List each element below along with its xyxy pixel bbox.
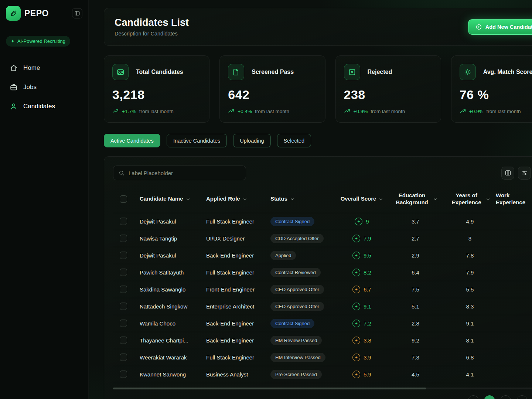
- education-background-value: 7.3: [387, 354, 444, 361]
- tab-selected[interactable]: Selected: [277, 134, 311, 147]
- search-box[interactable]: [113, 166, 246, 180]
- applied-role: Business Analyst: [206, 371, 270, 378]
- columns-view-button[interactable]: [501, 167, 514, 180]
- pagination-dot[interactable]: [468, 395, 479, 399]
- user-icon: [10, 102, 18, 110]
- horizontal-scrollbar[interactable]: [113, 388, 532, 389]
- tab-inactive-candidates[interactable]: Inactive Candidates: [167, 134, 227, 147]
- scrollbar-thumb[interactable]: [113, 388, 426, 389]
- row-checkbox[interactable]: [120, 320, 127, 327]
- filter-settings-button[interactable]: [518, 167, 531, 180]
- sparkles-icon: ✦: [11, 38, 15, 44]
- applied-role: Back-End Engineer: [206, 252, 270, 259]
- score-sparkle-icon: ✦: [352, 286, 360, 293]
- row-checkbox[interactable]: [120, 235, 127, 242]
- page-subtitle: Description for Candidates: [115, 31, 189, 37]
- row-checkbox[interactable]: [120, 371, 127, 378]
- years-of-experience-value: 7.9: [444, 269, 496, 276]
- overall-score: ✦ 9: [337, 218, 387, 225]
- row-checkbox[interactable]: [120, 269, 127, 276]
- table-row[interactable]: Dejwit Pasakul Back-End Engineer Applied…: [113, 247, 532, 264]
- col-education-background[interactable]: Education Background: [387, 192, 444, 206]
- row-checkbox[interactable]: [120, 354, 127, 361]
- search-input[interactable]: [129, 170, 241, 176]
- applied-role: Back-End Engineer: [206, 320, 270, 327]
- row-checkbox[interactable]: [120, 252, 127, 259]
- plus-circle-icon: [475, 24, 482, 30]
- candidates-table-card: Candidate Name Applied Role Status Overa…: [104, 156, 532, 399]
- row-checkbox[interactable]: [120, 286, 127, 293]
- overall-score: ✦ 3.8: [337, 337, 387, 344]
- document-icon: [228, 64, 244, 80]
- stat-value: 76 %: [460, 88, 532, 102]
- table-row[interactable]: Kwannet Sanwong Business Analyst Pre-Scr…: [113, 366, 532, 383]
- education-background-value: 7.5: [387, 286, 444, 293]
- tab-uploading[interactable]: Uploading: [233, 134, 270, 147]
- tab-active-candidates[interactable]: Active Candidates: [104, 134, 160, 147]
- row-checkbox[interactable]: [120, 303, 127, 310]
- score-sparkle-icon: ✦: [352, 252, 360, 259]
- table-header: Candidate Name Applied Role Status Overa…: [113, 188, 532, 213]
- col-work-experience[interactable]: Work Experience: [496, 192, 532, 206]
- sidebar-item-candidates[interactable]: Candidates: [6, 98, 82, 115]
- pagination: [113, 395, 532, 399]
- row-checkbox[interactable]: [120, 218, 127, 225]
- sidebar-toggle-button[interactable]: [72, 8, 82, 18]
- table-row[interactable]: Thayanee Chartpi... Back-End Engineer HM…: [113, 332, 532, 349]
- table-row[interactable]: Weerakiat Wararak Full Stack Engineer HM…: [113, 349, 532, 366]
- home-icon: [10, 64, 18, 72]
- sidebar-item-home[interactable]: Home: [6, 60, 82, 76]
- overall-score: ✦ 6.7: [337, 286, 387, 293]
- app-name: PEPO: [24, 8, 49, 18]
- score-sparkle-icon: ✦: [355, 218, 362, 225]
- pagination-dot[interactable]: [516, 395, 528, 399]
- sidebar-nav: Home Jobs Candidates: [6, 60, 82, 115]
- years-of-experience-value: 4.1: [444, 371, 496, 378]
- applied-role: Enterprise Architect: [206, 303, 270, 310]
- col-status[interactable]: Status: [270, 195, 337, 202]
- table-body: Dejwit Pasakul Full Stack Engineer Contr…: [113, 213, 532, 383]
- add-new-candidates-button[interactable]: Add New Candidates: [468, 19, 532, 35]
- applied-role: Full Stack Engineer: [206, 354, 270, 361]
- pagination-dot-active[interactable]: [484, 395, 495, 399]
- overall-score: ✦ 7.9: [337, 235, 387, 242]
- id-badge-icon: [112, 64, 129, 80]
- candidate-name: Thayanee Chartpi...: [140, 337, 206, 344]
- table-row[interactable]: Nawisa Tangtip UI/UX Designer CDD Accept…: [113, 230, 532, 247]
- col-years-of-experience[interactable]: Years of Experience: [444, 192, 496, 206]
- applied-role: UI/UX Designer: [206, 235, 270, 242]
- page-header: Candidates List Description for Candidat…: [104, 8, 532, 46]
- briefcase-icon: [10, 83, 18, 91]
- years-of-experience-value: 7.8: [444, 252, 496, 259]
- score-sparkle-icon: ✦: [352, 235, 360, 242]
- candidate-name: Dejwit Pasakul: [140, 252, 206, 259]
- table-row[interactable]: Pawich Satitayuth Full Stack Engineer Co…: [113, 264, 532, 281]
- sidebar-item-jobs[interactable]: Jobs: [6, 79, 82, 95]
- col-candidate-name[interactable]: Candidate Name: [140, 195, 206, 202]
- col-overall-score[interactable]: Overall Score: [337, 195, 387, 202]
- overall-score: ✦ 7.2: [337, 320, 387, 327]
- trending-up-icon: [460, 108, 466, 115]
- table-row[interactable]: Wamila Choco Back-End Engineer Contract …: [113, 315, 532, 332]
- panel-collapse-icon: [74, 10, 80, 16]
- pagination-dot[interactable]: [500, 395, 511, 399]
- sliders-icon: [521, 170, 528, 176]
- table-row[interactable]: Nattadech Singkow Enterprise Architect C…: [113, 298, 532, 315]
- score-sparkle-icon: ✦: [352, 320, 360, 327]
- stat-total-candidates: Total Candidates 3,218 +1.7% from last m…: [104, 55, 209, 123]
- chevron-down-icon: [243, 197, 247, 201]
- table-row[interactable]: Sakdina Sawanglo Front-End Engineer CEO …: [113, 281, 532, 298]
- select-all-checkbox[interactable]: [120, 195, 127, 203]
- status-badge: Pre-Screen Passed: [270, 370, 322, 379]
- chevron-down-icon: [290, 197, 294, 201]
- overall-score: ✦ 9.5: [337, 252, 387, 259]
- filter-tabs: Active Candidates Inactive Candidates Up…: [104, 134, 532, 147]
- education-background-value: 6.4: [387, 269, 444, 276]
- trending-up-icon: [228, 108, 235, 115]
- col-applied-role[interactable]: Applied Role: [206, 195, 270, 202]
- row-checkbox[interactable]: [120, 337, 127, 344]
- overall-score: ✦ 9.1: [337, 303, 387, 310]
- table-row[interactable]: Dejwit Pasakul Full Stack Engineer Contr…: [113, 213, 532, 230]
- status-badge: HM Review Passed: [270, 336, 322, 345]
- education-background-value: 9.2: [387, 337, 444, 344]
